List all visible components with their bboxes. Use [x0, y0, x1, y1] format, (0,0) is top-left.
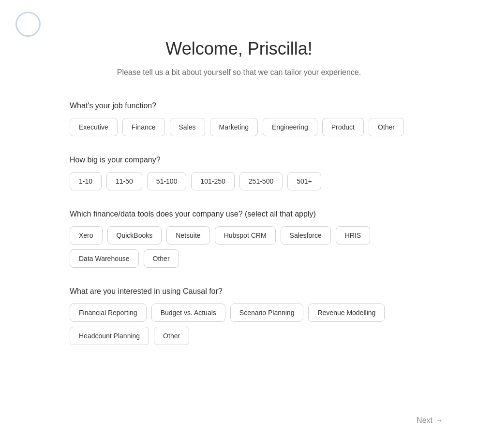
chip-engineering[interactable]: Engineering	[263, 118, 317, 136]
chip-headcount-planning[interactable]: Headcount Planning	[70, 327, 149, 345]
chips-row-job-function: Executive Finance Sales Marketing Engine…	[70, 118, 408, 136]
section-data-tools: Which finance/data tools does your compa…	[70, 210, 408, 268]
logo-icon	[15, 12, 41, 37]
section-job-function: What's your job function? Executive Fina…	[70, 101, 408, 136]
chip-budget-vs-actuals[interactable]: Budget vs. Actuals	[151, 303, 225, 322]
chip-product[interactable]: Product	[322, 118, 364, 136]
main-content: Welcome, Priscilla! Please tell us a bit…	[70, 0, 408, 413]
chip-salesforce[interactable]: Salesforce	[281, 226, 331, 245]
chip-finance[interactable]: Finance	[122, 118, 165, 136]
chip-sales[interactable]: Sales	[170, 118, 205, 136]
chip-11-50[interactable]: 11-50	[106, 172, 142, 190]
chip-financial-reporting[interactable]: Financial Reporting	[70, 303, 147, 322]
chip-251-500[interactable]: 251-500	[239, 172, 283, 190]
chip-other-use-case[interactable]: Other	[154, 327, 189, 345]
chip-hris[interactable]: HRIS	[336, 226, 370, 245]
chip-51-100[interactable]: 51-100	[147, 172, 187, 190]
chip-other-job[interactable]: Other	[369, 118, 404, 136]
chip-other-tools[interactable]: Other	[144, 249, 179, 268]
chip-revenue-modelling[interactable]: Revenue Modelling	[308, 303, 385, 322]
chips-row-company-size: 1-10 11-50 51-100 101-250 251-500 501+	[70, 172, 408, 190]
chip-quickbooks[interactable]: QuickBooks	[107, 226, 162, 245]
chip-xero[interactable]: Xero	[70, 226, 103, 245]
chip-1-10[interactable]: 1-10	[70, 172, 102, 190]
section-company-size: How big is your company? 1-10 11-50 51-1…	[70, 156, 408, 190]
next-button[interactable]: Next →	[411, 412, 449, 429]
chip-501-plus[interactable]: 501+	[287, 172, 321, 190]
next-arrow-icon: →	[435, 416, 443, 425]
chip-executive[interactable]: Executive	[70, 118, 118, 136]
chip-netsuite[interactable]: Netsuite	[166, 226, 209, 245]
chip-hubspot-crm[interactable]: Hubspot CRM	[215, 226, 276, 245]
section-label-use-cases: What are you interested in using Causal …	[70, 287, 408, 296]
chip-data-warehouse[interactable]: Data Warehouse	[70, 249, 139, 268]
chip-101-250[interactable]: 101-250	[191, 172, 234, 190]
section-label-data-tools: Which finance/data tools does your compa…	[70, 210, 408, 218]
chips-row-use-cases: Financial Reporting Budget vs. Actuals S…	[70, 303, 408, 345]
chip-marketing[interactable]: Marketing	[210, 118, 258, 136]
section-label-company-size: How big is your company?	[70, 156, 408, 164]
page-title: Welcome, Priscilla!	[70, 39, 408, 59]
footer: Next →	[411, 412, 449, 429]
chips-row-data-tools: Xero QuickBooks Netsuite Hubspot CRM Sal…	[70, 226, 408, 268]
section-label-job-function: What's your job function?	[70, 101, 408, 110]
section-use-cases: What are you interested in using Causal …	[70, 287, 408, 345]
chip-scenario-planning[interactable]: Scenario Planning	[230, 303, 304, 322]
page-subtitle: Please tell us a bit about yourself so t…	[70, 67, 408, 78]
next-label: Next	[417, 416, 433, 425]
